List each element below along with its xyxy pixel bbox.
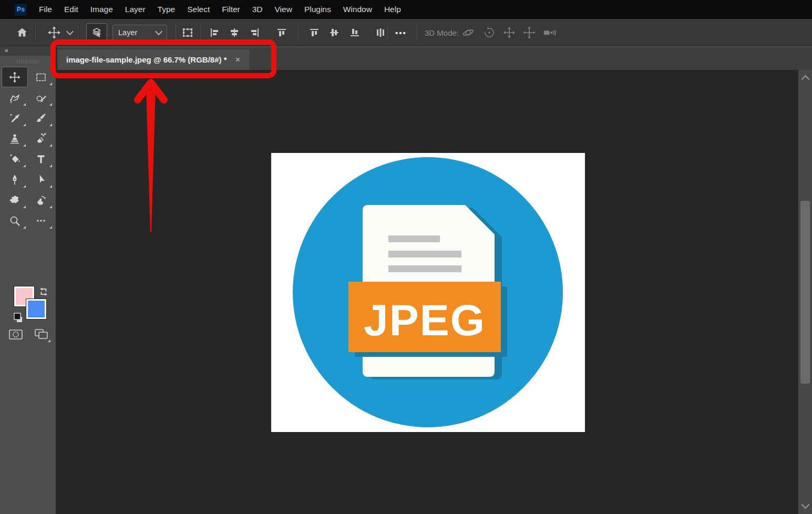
flyout-indicator [49,185,52,188]
3d-orbit-button[interactable] [461,26,475,39]
tool-eraser[interactable] [28,128,54,149]
brush-icon [35,112,47,125]
menu-window[interactable]: Window [343,5,372,14]
align-right-edges-button[interactable] [249,26,261,39]
tool-options-bar: Layer [0,19,812,46]
eraser-icon [35,132,47,145]
menu-select[interactable]: Select [187,5,210,14]
tab-close-icon[interactable]: × [235,55,241,64]
tool-grid [0,64,56,231]
menu-file[interactable]: File [39,5,52,14]
transform-controls-icon [181,26,194,39]
flyout-indicator [49,83,52,85]
background-color-swatch[interactable] [25,298,47,320]
auto-select-layers-icon [90,26,103,39]
tool-paint-bucket[interactable] [2,149,28,169]
align-bottom-edges-button[interactable] [348,26,361,39]
tool-move[interactable] [2,67,28,87]
3d-camera-icon [542,26,556,39]
canvas-area[interactable]: JPEG [57,70,812,514]
flyout-indicator [49,205,52,208]
flyout-indicator [23,103,26,106]
scroll-down-icon[interactable] [801,501,810,509]
tool-brush[interactable] [28,108,54,128]
default-colors-button[interactable] [13,313,24,325]
screen-mode-button[interactable] [34,328,49,341]
align-vertical-centers-button[interactable] [328,26,341,39]
tool-pen[interactable] [2,169,28,190]
3d-camera-button[interactable] [542,26,556,39]
menu-type[interactable]: Type [158,5,176,14]
quick-mask-button[interactable] [8,328,23,341]
align-left-edges-button[interactable] [208,26,221,39]
paint-bucket-icon [8,153,21,166]
swap-colors-button[interactable] [38,286,49,297]
3d-roll-button[interactable] [482,26,496,39]
tool-eyedropper[interactable] [2,108,28,128]
3d-pan-button[interactable] [502,26,516,39]
align-top-button[interactable] [308,26,321,39]
text-line [388,265,461,272]
tool-path-selection[interactable] [28,169,54,190]
lasso-icon [8,91,21,104]
tool-type[interactable] [28,149,54,169]
auto-select-mode-dropdown[interactable]: Layer [112,25,167,40]
divider [35,25,36,40]
tool-rectangular-marquee[interactable] [28,67,54,87]
clone-stamp-icon [8,132,21,145]
tool-rotate-view[interactable] [28,190,54,210]
zoom-icon [8,214,21,227]
scrollbar-thumb[interactable] [800,201,810,384]
tool-lasso[interactable] [2,87,28,108]
flyout-indicator [23,185,26,188]
text-line [388,235,440,242]
tool-preset-chevron-icon[interactable] [67,31,73,34]
jpeg-file-artwork[interactable]: JPEG [271,153,585,432]
auto-select-toggle[interactable] [86,23,107,42]
tool-custom-shape[interactable] [2,190,28,210]
align-top-edges-button[interactable] [275,26,288,39]
scroll-up-icon[interactable] [801,75,810,84]
menu-3d[interactable]: 3D [252,5,263,14]
3d-slide-button[interactable] [522,26,536,39]
document-tab[interactable]: image-file-sample.jpeg @ 66.7% (RGB/8#) … [58,49,249,70]
tool-edit-toolbar[interactable] [28,210,54,231]
home-button[interactable] [16,26,28,39]
divider [387,25,388,40]
text-line [388,251,461,258]
move-tool-preset-button[interactable] [47,26,61,39]
tool-clone-stamp[interactable] [2,128,28,149]
menu-plugins[interactable]: Plugins [304,5,331,14]
divider [78,25,78,40]
collapse-panel-button[interactable]: « [0,46,56,56]
align-horizontal-centers-button[interactable] [228,26,241,39]
flyout-indicator [23,226,26,229]
divider [417,25,417,40]
flyout-indicator [49,165,52,167]
flyout-indicator [48,340,50,342]
document-tab-bar: image-file-sample.jpeg @ 66.7% (RGB/8#) … [57,46,812,70]
move-icon [8,71,21,84]
distribute-horizontally-button[interactable] [374,26,387,39]
menu-image[interactable]: Image [90,5,113,14]
menu-filter[interactable]: Filter [222,5,240,14]
custom-shape-icon [8,194,21,207]
flyout-indicator [23,144,26,147]
3d-slide-icon [522,26,536,39]
type-icon [35,153,47,166]
menu-layer[interactable]: Layer [125,5,146,14]
tools-panel: « [0,46,56,514]
menu-edit[interactable]: Edit [64,5,78,14]
document-tab-title: image-file-sample.jpeg @ 66.7% (RGB/8#) … [66,55,227,64]
show-transform-controls-toggle[interactable] [181,26,194,39]
menu-help[interactable]: Help [384,5,401,14]
tool-zoom[interactable] [2,210,28,231]
tool-object-selection[interactable] [28,87,54,108]
divider [200,25,201,40]
vertical-scrollbar[interactable] [798,70,812,514]
more-options-button[interactable]: ••• [395,28,407,37]
menu-view[interactable]: View [275,5,292,14]
panel-grip[interactable] [17,59,39,64]
3d-roll-icon [482,26,496,39]
flyout-indicator [49,103,52,106]
